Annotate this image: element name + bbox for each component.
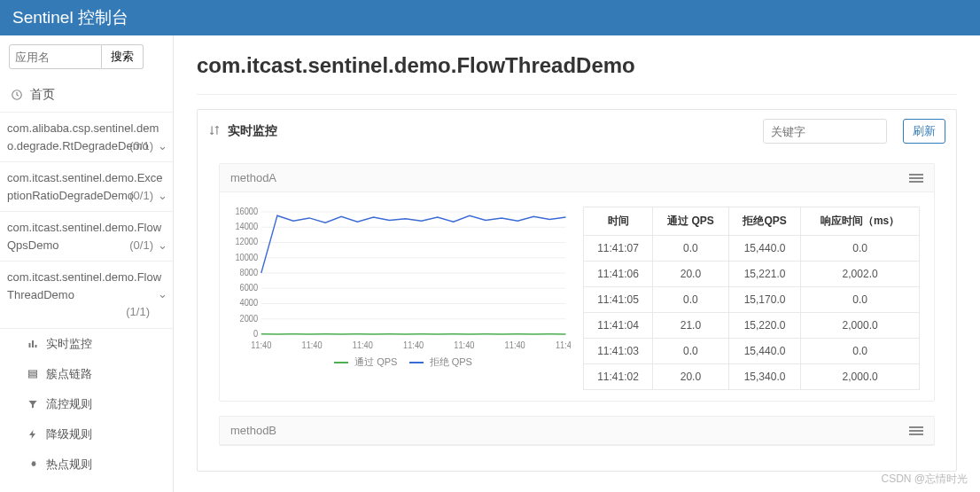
clock-icon: [11, 89, 23, 101]
table-cell: 11:41:05: [584, 287, 653, 313]
submenu-label: 降级规则: [46, 426, 92, 442]
divider: [197, 94, 957, 95]
svg-rect-4: [29, 371, 37, 372]
submenu-label: 簇点链路: [46, 366, 92, 382]
svg-text:2000: 2000: [240, 313, 259, 323]
app-count: (0/1): [129, 187, 153, 205]
submenu-degrade[interactable]: 降级规则: [0, 419, 173, 449]
table-cell: 2,002.0: [801, 262, 920, 287]
table-cell: 0.0: [653, 287, 729, 313]
panel-header: 实时监控 刷新: [198, 110, 956, 152]
line-chart: 020004000600080001000012000140001600011:…: [227, 207, 571, 352]
search-button[interactable]: 搜索: [102, 44, 144, 69]
refresh-button[interactable]: 刷新: [903, 119, 945, 144]
keyword-input[interactable]: [763, 119, 887, 144]
filter-icon: [27, 398, 39, 410]
app-count: (0/1): [129, 237, 153, 254]
menu-icon[interactable]: [909, 426, 923, 435]
chevron-down-icon: ⌄: [158, 187, 167, 205]
fire-icon: [27, 458, 39, 471]
app-submenu: 实时监控 簇点链路 流控规则 降级规则: [0, 329, 173, 480]
svg-rect-1: [29, 343, 31, 348]
svg-text:11:40: 11:40: [302, 340, 323, 350]
sidebar-app-item[interactable]: com.itcast.sentinel.demo.FlowQpsDemo (0/…: [0, 212, 173, 262]
sidebar-app-item-active[interactable]: com.itcast.sentinel.demo.FlowThreadDemo …: [0, 262, 173, 329]
table-cell: 11:41:04: [584, 313, 653, 339]
svg-text:11:40: 11:40: [251, 340, 271, 350]
table-header-cell: 通过 QPS: [653, 207, 729, 236]
realtime-panel: 实时监控 刷新 methodA 0200040006000800010: [197, 109, 957, 472]
menu-icon[interactable]: [909, 174, 923, 183]
table-row: 11:41:050.015,170.00.0: [584, 287, 920, 313]
table-header-cell: 拒绝QPS: [728, 207, 800, 236]
table-header-cell: 响应时间（ms）: [801, 207, 920, 236]
table-header-cell: 时间: [584, 207, 653, 236]
panel-body: methodA 02000400060008000100001200014000…: [198, 152, 956, 471]
sidebar-app-item[interactable]: com.itcast.sentinel.demo.ExceptionRatioD…: [0, 162, 173, 212]
bolt-icon: [27, 428, 39, 441]
sort-icon: [208, 124, 221, 139]
table-cell: 15,340.0: [728, 364, 800, 390]
legend-reject: 拒绝 QPS: [430, 356, 472, 367]
bar-chart-icon: [27, 338, 39, 350]
svg-text:14000: 14000: [235, 222, 258, 231]
table-cell: 11:41:03: [584, 339, 653, 364]
app-name: com.itcast.sentinel.demo.FlowThreadDemo: [7, 270, 161, 301]
brand-title: Sentinel 控制台: [12, 6, 128, 29]
table-row: 11:41:0220.015,340.02,000.0: [584, 364, 920, 390]
table-cell: 0.0: [801, 339, 920, 364]
table-cell: 2,000.0: [801, 364, 920, 390]
app-count: (0/1): [129, 137, 153, 155]
legend-swatch-pass: [334, 362, 348, 363]
app-count: (1/1): [7, 303, 166, 321]
method-card-a: methodA 02000400060008000100001200014000…: [219, 163, 935, 402]
svg-text:4000: 4000: [240, 298, 259, 308]
table-cell: 21.0: [653, 313, 729, 339]
app-search-input[interactable]: [9, 44, 102, 69]
table-cell: 11:41:02: [584, 364, 653, 390]
list-icon: [27, 368, 39, 380]
method-header: methodA: [220, 164, 934, 192]
table-cell: 0.0: [801, 287, 920, 313]
svg-text:8000: 8000: [240, 268, 259, 277]
svg-rect-3: [35, 345, 37, 348]
table-cell: 15,220.0: [728, 313, 800, 339]
table-cell: 11:41:07: [584, 236, 653, 262]
svg-text:11:40: 11:40: [403, 340, 424, 350]
svg-text:16000: 16000: [235, 207, 258, 216]
app-search-row: 搜索: [0, 35, 173, 78]
table-row: 11:41:0620.015,221.02,002.0: [584, 262, 920, 287]
table-row: 11:41:030.015,440.00.0: [584, 339, 920, 364]
table-cell: 11:41:06: [584, 262, 653, 287]
sidebar: 搜索 首页 com.alibaba.csp.sentinel.demo.degr…: [0, 35, 174, 492]
sidebar-app-item[interactable]: com.alibaba.csp.sentinel.demo.degrade.Rt…: [0, 113, 173, 162]
nav-home[interactable]: 首页: [0, 78, 173, 113]
svg-text:6000: 6000: [240, 283, 259, 293]
table-cell: 15,170.0: [728, 287, 800, 313]
method-name: methodB: [230, 424, 276, 437]
app-header: Sentinel 控制台: [0, 0, 980, 35]
svg-text:11:40: 11:40: [454, 340, 474, 350]
table-cell: 15,440.0: [728, 339, 800, 364]
submenu-hotspot[interactable]: 热点规则: [0, 449, 173, 480]
chevron-down-icon: ⌄: [158, 285, 167, 303]
table-cell: 2,000.0: [801, 313, 920, 339]
chart-legend: 通过 QPS 拒绝 QPS: [227, 352, 571, 369]
submenu-label: 实时监控: [46, 336, 92, 352]
submenu-realtime[interactable]: 实时监控: [0, 329, 173, 359]
nav-home-label: 首页: [30, 87, 55, 103]
svg-text:11:41: 11:41: [556, 340, 571, 350]
submenu-cluster[interactable]: 簇点链路: [0, 359, 173, 389]
table-cell: 0.0: [801, 236, 920, 262]
page-title: com.itcast.sentinel.demo.FlowThreadDemo: [197, 53, 957, 78]
panel-title: 实时监控: [228, 123, 277, 139]
submenu-label: 热点规则: [46, 457, 92, 472]
svg-text:11:40: 11:40: [353, 340, 373, 350]
chevron-down-icon: ⌄: [158, 237, 167, 254]
data-table-wrap: 时间通过 QPS拒绝QPS响应时间（ms）11:41:070.015,440.0…: [583, 207, 920, 390]
svg-text:12000: 12000: [235, 237, 258, 246]
submenu-flow[interactable]: 流控规则: [0, 389, 173, 419]
svg-text:10000: 10000: [235, 252, 258, 262]
table-cell: 0.0: [653, 236, 729, 262]
svg-rect-5: [29, 373, 37, 375]
